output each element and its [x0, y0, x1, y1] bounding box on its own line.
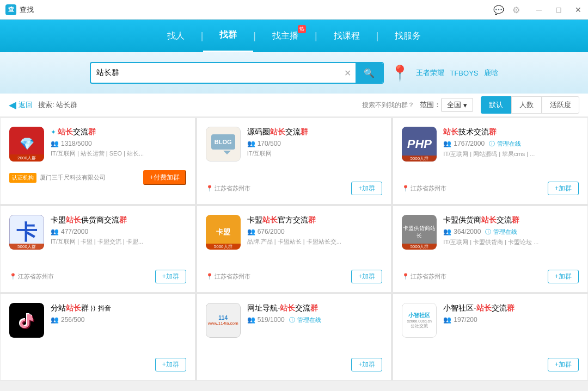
card-info-1: ✦ 站长交流群 👥 1318/5000 IT/互联网 | 站长运营 | SEO …	[51, 127, 186, 158]
members-icon-6: 👥	[443, 228, 451, 235]
card-info-9: 小智社区-站长交流群 👥 197/200	[443, 303, 579, 326]
nav-find-anchor[interactable]: 找主播 热	[256, 20, 315, 52]
result-card-3: PHP 5000人群 站长技术交流群 👥 1767/2000 ⓘ 管理在线 IT…	[393, 117, 588, 204]
card-location-3: 📍 江苏省苏州市	[402, 184, 446, 193]
card-avatar-2: BLOG	[206, 127, 241, 162]
card-members-6: 👥 364/2000 ⓘ 管理在线	[443, 228, 579, 236]
card-top-1: 💎 2000人群 ✦ 站长交流群 👥 1318/5000 IT/互联网 | 站长…	[9, 127, 186, 162]
nav-bar: 找人 | 找群 | 找主播 热 | 找课程 | 找服务	[0, 20, 588, 52]
range-label: 范围：	[420, 100, 441, 110]
nav-find-course[interactable]: 找课程	[317, 20, 376, 52]
hot-tag-1[interactable]: 王者荣耀	[416, 68, 444, 78]
card-info-2: 源码圈站长交流群 👥 170/500 IT/互联网	[247, 127, 383, 158]
message-icon[interactable]: 💬	[492, 3, 505, 16]
card-top-4: 卡 5000人群 卡盟站长供货商交流群 👥 477/2000 IT/互联网 | …	[9, 215, 186, 250]
card-bottom-7: +加群	[9, 355, 186, 371]
card-members-2: 👥 170/500	[247, 140, 383, 147]
location-pin-6: 📍	[402, 273, 409, 280]
card-members-4: 👥 477/2000	[51, 228, 186, 235]
avatar-badge-5: 5000人群	[206, 244, 241, 250]
join-button-1[interactable]: +付费加群	[143, 170, 186, 185]
result-card-7: 分站站长群 ⟩⟩ 抖音 👥 256/500 +加群	[0, 294, 195, 381]
card-avatar-7	[9, 303, 44, 338]
back-button[interactable]: ◀ 返回	[9, 99, 33, 111]
card-top-7: 分站站长群 ⟩⟩ 抖音 👥 256/500	[9, 303, 186, 338]
card-avatar-1: 💎 2000人群	[9, 127, 44, 162]
close-button[interactable]: ✕	[568, 0, 588, 20]
location-pin-2: 📍	[206, 185, 213, 192]
card-top-5: 卡盟 5000人群 卡盟站长官方交流群 👥 676/2000 品牌.产品 | 卡…	[206, 215, 383, 250]
card-location-2: 📍 江苏省苏州市	[206, 184, 250, 193]
card-tags-5: 品牌.产品 | 卡盟站长 | 卡盟站长交...	[247, 238, 383, 246]
maximize-button[interactable]: □	[549, 0, 568, 20]
avatar-image-7	[9, 303, 44, 338]
results-grid: 💎 2000人群 ✦ 站长交流群 👥 1318/5000 IT/互联网 | 站长…	[0, 117, 588, 381]
filter-tips[interactable]: 搜索不到我的群？	[362, 101, 414, 110]
members-icon-7: 👥	[51, 316, 59, 324]
join-button-7[interactable]: +加群	[155, 358, 186, 371]
members-icon-1: 👥	[51, 140, 59, 147]
title-bar: 查 查找 💬 ⚙ ─ □ ✕	[0, 0, 588, 20]
join-button-9[interactable]: +加群	[548, 358, 579, 371]
range-value: 全国	[447, 100, 461, 110]
members-icon-5: 👥	[247, 228, 255, 235]
join-button-8[interactable]: +加群	[351, 358, 382, 371]
card-info-7: 分站站长群 ⟩⟩ 抖音 👥 256/500	[51, 303, 186, 326]
result-card-8: 114 www.114la.com 网址导航-站长交流群 👥 519/1000 …	[197, 294, 392, 381]
app-title: 查找	[20, 5, 34, 15]
card-tags-4: IT/互联网 | 卡盟 | 卡盟交流 | 卡盟...	[51, 238, 186, 246]
online-icon-6: ⓘ	[485, 228, 491, 236]
card-avatar-8: 114 www.114la.com	[206, 303, 241, 338]
card-top-9: 小智社区 xz666.00sq.cn 公社交流 小智社区-站长交流群 👥 197…	[402, 303, 579, 338]
avatar-badge-3: 5000人群	[402, 156, 437, 162]
join-button-6[interactable]: +加群	[548, 270, 579, 283]
card-avatar-4: 卡 5000人群	[9, 215, 44, 250]
avatar-image-9: 小智社区 xz666.00sq.cn 公社交流	[402, 303, 437, 338]
result-card-9: 小智社区 xz666.00sq.cn 公社交流 小智社区-站长交流群 👥 197…	[393, 294, 588, 381]
nav-find-service[interactable]: 找服务	[378, 20, 437, 52]
range-select[interactable]: 全国 ▾	[441, 98, 473, 112]
sort-members[interactable]: 人数	[511, 96, 542, 114]
members-icon-8: 👥	[247, 316, 255, 324]
card-title-1: ✦ 站长交流群	[51, 127, 186, 138]
card-title-6: 卡盟供货商站长交流群	[443, 215, 579, 226]
result-card-2: BLOG 源码圈站长交流群 👥 170/500 IT/互联网 📍 江苏省苏州市	[197, 117, 392, 204]
join-button-4[interactable]: +加群	[155, 270, 186, 283]
join-button-5[interactable]: +加群	[351, 270, 382, 283]
card-tags-6: IT/互联网 | 卡盟供货商 | 卡盟论坛 ...	[443, 238, 579, 246]
location-pin-5: 📍	[206, 273, 213, 280]
minimize-button[interactable]: ─	[529, 0, 549, 20]
hot-tag-2[interactable]: TFBOYS	[450, 69, 478, 77]
join-button-3[interactable]: +加群	[548, 182, 579, 195]
tiktok-svg	[17, 311, 36, 330]
hot-tag-3[interactable]: 鹿晗	[484, 68, 498, 78]
search-clear-button[interactable]: ✕	[340, 68, 356, 78]
card-location-4: 📍 江苏省苏州市	[9, 272, 54, 281]
app-icon: 查	[5, 4, 16, 15]
sort-default[interactable]: 默认	[481, 96, 511, 114]
search-label: 搜索: 站长群	[38, 100, 77, 110]
card-members-1: 👥 1318/5000	[51, 140, 186, 147]
card-avatar-5: 卡盟 5000人群	[206, 215, 241, 250]
card-members-8: 👥 519/1000 ⓘ 管理在线	[247, 316, 383, 324]
location-icon[interactable]: 📍	[390, 64, 409, 82]
join-button-2[interactable]: +加群	[351, 182, 382, 195]
card-title-8: 网址导航-站长交流群	[247, 303, 383, 314]
search-box: ✕ 🔍	[90, 62, 384, 84]
location-pin-3: 📍	[402, 185, 409, 192]
card-bottom-1: 认证机构 厦门三千尺科技有限公司 +付费加群	[9, 170, 186, 185]
nav-find-group[interactable]: 找群	[203, 20, 253, 52]
settings-icon[interactable]: ⚙	[510, 3, 523, 16]
cert-label-1: 认证机构	[9, 173, 36, 183]
card-top-3: PHP 5000人群 站长技术交流群 👥 1767/2000 ⓘ 管理在线 IT…	[402, 127, 579, 162]
search-input[interactable]	[91, 69, 340, 77]
sort-activity[interactable]: 活跃度	[542, 96, 579, 114]
avatar-badge-1: 2000人群	[9, 154, 44, 162]
members-icon-4: 👥	[51, 228, 59, 235]
search-button[interactable]: 🔍	[356, 62, 383, 84]
card-tags-1: IT/互联网 | 站长运营 | SEO | 站长...	[51, 150, 186, 158]
nav-find-people[interactable]: 找人	[151, 20, 201, 52]
card-title-2: 源码圈站长交流群	[247, 127, 383, 138]
dropdown-icon: ▾	[463, 101, 467, 109]
card-avatar-9: 小智社区 xz666.00sq.cn 公社交流	[402, 303, 437, 338]
